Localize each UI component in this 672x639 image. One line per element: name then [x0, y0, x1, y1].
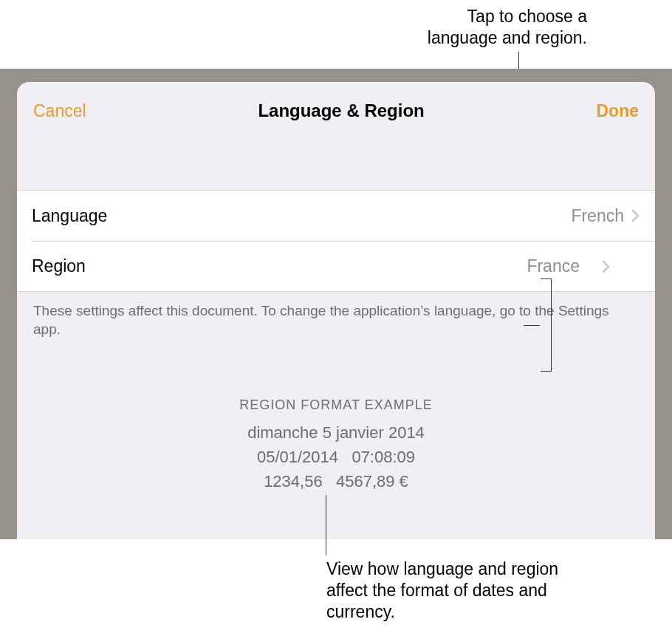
chevron-right-icon — [631, 209, 640, 222]
example-header: REGION FORMAT EXAMPLE — [17, 397, 655, 413]
done-button[interactable]: Done — [596, 101, 639, 121]
chevron-right-icon — [602, 260, 625, 273]
callout-bottom-leader-line — [326, 495, 326, 556]
language-value: French — [571, 206, 624, 226]
region-format-example: REGION FORMAT EXAMPLE dimanche 5 janvier… — [17, 397, 655, 493]
modal-header: Cancel Language & Region Done — [17, 82, 655, 140]
region-value: France — [527, 256, 594, 276]
callout-bracket — [540, 279, 552, 372]
language-region-modal: Cancel Language & Region Done Language F… — [17, 82, 655, 539]
settings-list: Language French Region France — [17, 190, 655, 292]
region-row[interactable]: Region France — [32, 241, 655, 291]
settings-footer-note: These settings affect this document. To … — [17, 292, 655, 338]
modal-title: Language & Region — [258, 100, 424, 121]
example-date-time: 05/01/2014 07:08:09 — [17, 445, 655, 469]
language-row[interactable]: Language French — [17, 191, 655, 241]
language-label: Language — [32, 206, 571, 226]
region-label: Region — [32, 256, 527, 276]
example-number-currency: 1234,56 4567,89 € — [17, 469, 655, 493]
example-date-long: dimanche 5 janvier 2014 — [17, 420, 655, 445]
cancel-button[interactable]: Cancel — [33, 101, 86, 121]
callout-bottom-text: View how language and region affect the … — [326, 558, 585, 622]
callout-top-text: Tap to choose alanguage and region. — [428, 6, 587, 49]
modal-backdrop: Cancel Language & Region Done Language F… — [0, 69, 672, 539]
